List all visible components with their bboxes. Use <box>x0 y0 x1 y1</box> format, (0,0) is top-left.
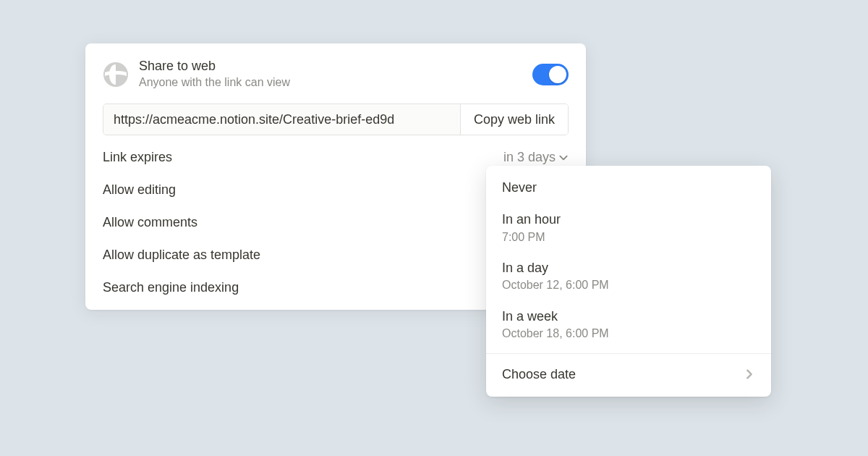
globe-icon <box>103 62 129 88</box>
dropdown-item-sub: October 12, 6:00 PM <box>502 277 755 293</box>
dropdown-item-sub: October 18, 6:00 PM <box>502 326 755 342</box>
dropdown-item-label: Never <box>502 179 755 196</box>
expires-option-never[interactable]: Never <box>486 172 771 203</box>
expires-option-week[interactable]: In a week October 18, 6:00 PM <box>486 300 771 349</box>
expires-current-value: in 3 days <box>503 150 556 165</box>
share-link-input[interactable] <box>103 104 460 135</box>
share-title: Share to web <box>139 58 532 75</box>
dropdown-divider <box>486 353 771 354</box>
choose-date-label: Choose date <box>502 367 576 382</box>
link-row: Copy web link <box>103 104 569 135</box>
header-text: Share to web Anyone with the link can vi… <box>139 58 532 90</box>
option-label: Allow comments <box>103 215 197 230</box>
share-toggle[interactable] <box>532 64 569 85</box>
dropdown-item-label: In a week <box>502 308 755 325</box>
dropdown-item-label: In an hour <box>502 211 755 228</box>
panel-header: Share to web Anyone with the link can vi… <box>85 58 586 104</box>
toggle-knob <box>549 66 566 83</box>
option-label: Search engine indexing <box>103 280 239 295</box>
choose-date-button[interactable]: Choose date <box>486 358 771 391</box>
copy-link-button[interactable]: Copy web link <box>460 104 568 135</box>
expires-option-hour[interactable]: In an hour 7:00 PM <box>486 203 771 252</box>
option-label: Link expires <box>103 150 172 165</box>
link-expires-dropdown: Never In an hour 7:00 PM In a day Octobe… <box>486 166 771 397</box>
expires-option-day[interactable]: In a day October 12, 6:00 PM <box>486 252 771 300</box>
share-subtitle: Anyone with the link can view <box>139 75 532 90</box>
option-label: Allow editing <box>103 182 176 198</box>
dropdown-item-sub: 7:00 PM <box>502 229 755 245</box>
option-label: Allow duplicate as template <box>103 248 260 263</box>
dropdown-item-label: In a day <box>502 259 755 276</box>
expires-value-selector[interactable]: in 3 days <box>503 150 569 165</box>
chevron-down-icon <box>558 153 569 163</box>
chevron-right-icon <box>744 368 755 380</box>
